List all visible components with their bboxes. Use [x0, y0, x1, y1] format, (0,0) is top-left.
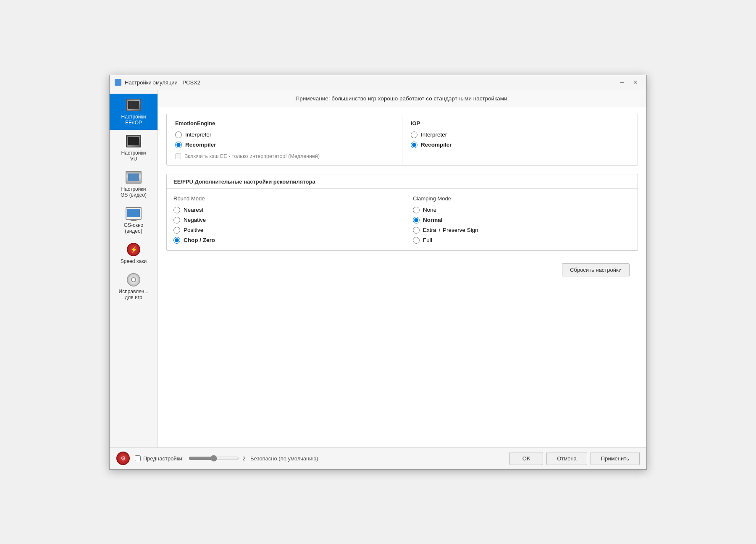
clamp-none-label: None: [423, 207, 436, 213]
round-nearest-radio[interactable]: [173, 207, 180, 213]
clamp-full-option[interactable]: Full: [413, 237, 631, 244]
disc-icon: [125, 273, 142, 287]
title-bar-controls: ─ ✕: [616, 78, 641, 87]
ee-interpreter-label: Interpreter: [185, 131, 211, 138]
iop-interpreter-option[interactable]: Interpreter: [411, 131, 629, 138]
sidebar-item-fixes[interactable]: Исправлен...для игр: [110, 268, 158, 305]
title-bar: Настройки эмуляции - PCSX2 ─ ✕: [110, 75, 646, 90]
round-mode-radio-group: Nearest Negative Positive: [173, 207, 391, 244]
sidebar-item-vu[interactable]: НастройкиVU: [110, 130, 158, 166]
ee-cache-checkbox-item: Включить кэш EE - только интерпретатор! …: [175, 153, 394, 159]
iop-recompiler-label: Recompiler: [421, 142, 452, 148]
action-buttons: OK Отмена Применить: [509, 452, 640, 465]
ee-cache-checkbox[interactable]: [175, 153, 181, 159]
clamp-none-radio[interactable]: [413, 207, 420, 213]
clamp-extra-radio[interactable]: [413, 227, 420, 234]
ee-recompiler-radio[interactable]: [175, 142, 182, 148]
main-panel: Примечание: большинство игр хорошо работ…: [158, 90, 646, 447]
ee-cache-label: Включить кэш EE - только интерпретатор! …: [184, 153, 320, 159]
round-nearest-label: Nearest: [184, 207, 203, 213]
round-chop-radio[interactable]: [173, 237, 180, 244]
round-negative-radio[interactable]: [173, 217, 180, 223]
close-button[interactable]: ✕: [630, 78, 641, 87]
round-nearest-option[interactable]: Nearest: [173, 207, 391, 213]
clamping-mode-radio-group: None Normal Extra + Preserve Sign: [413, 207, 631, 244]
clamping-mode-column: Clamping Mode None Normal: [400, 195, 631, 244]
note-bar: Примечание: большинство игр хорошо работ…: [158, 90, 646, 107]
reset-button[interactable]: Сбросить настройки: [562, 263, 630, 276]
ee-fpu-title: EE/FPU Дополнительные настройки рекомпил…: [167, 174, 638, 189]
reset-btn-row: Сбросить настройки: [166, 259, 638, 281]
cancel-button[interactable]: Отмена: [546, 452, 587, 465]
ee-iop-row: EmotionEngine Interpreter Recompiler: [166, 114, 638, 166]
main-window: Настройки эмуляции - PCSX2 ─ ✕ Настройки…: [109, 75, 647, 470]
ee-title: EmotionEngine: [175, 120, 394, 126]
presets-checkbox-group: Преднастройки:: [135, 455, 184, 462]
clamp-normal-radio[interactable]: [413, 217, 420, 223]
round-mode-column: Round Mode Nearest Negative: [173, 195, 400, 244]
window-title: Настройки эмуляции - PCSX2: [125, 79, 200, 86]
round-positive-radio[interactable]: [173, 227, 180, 234]
round-negative-option[interactable]: Negative: [173, 217, 391, 223]
iop-title: IOP: [411, 120, 629, 126]
sidebar: НастройкиEE/IOP НастройкиVU НастройкиGS …: [110, 90, 158, 447]
content-area: НастройкиEE/IOP НастройкиVU НастройкиGS …: [110, 90, 646, 447]
speed-icon: [125, 242, 142, 257]
sidebar-item-speed-hacks[interactable]: Speed хаки: [110, 238, 158, 268]
minimize-button[interactable]: ─: [616, 78, 628, 87]
ee-fpu-body: Round Mode Nearest Negative: [167, 189, 638, 250]
ok-button[interactable]: OK: [509, 452, 543, 465]
ee-interpreter-option[interactable]: Interpreter: [175, 131, 394, 138]
vu-icon: [125, 134, 142, 148]
clamp-extra-label: Extra + Preserve Sign: [423, 227, 478, 233]
iop-recompiler-radio[interactable]: [411, 142, 417, 148]
clamp-normal-option[interactable]: Normal: [413, 217, 631, 223]
presets-label: Преднастройки:: [143, 455, 184, 462]
slider-value-label: 2 - Безопасно (по умолчанию): [242, 455, 318, 462]
sidebar-label-gs-window: GS-окно(видео): [124, 222, 144, 234]
title-bar-left: Настройки эмуляции - PCSX2: [115, 79, 200, 86]
sidebar-label-speed-hacks: Speed хаки: [121, 258, 147, 264]
clamp-none-option[interactable]: None: [413, 207, 631, 213]
iop-interpreter-radio[interactable]: [411, 131, 417, 138]
round-mode-title: Round Mode: [173, 195, 391, 202]
clamp-extra-option[interactable]: Extra + Preserve Sign: [413, 227, 631, 234]
sidebar-label-gs: НастройкиGS (видео): [121, 186, 147, 198]
ee-recompiler-option[interactable]: Recompiler: [175, 142, 394, 148]
gs-icon: [125, 170, 142, 184]
clamp-normal-label: Normal: [423, 217, 443, 223]
sidebar-label-vu: НастройкиVU: [121, 150, 146, 162]
sidebar-label-ee-iop: НастройкиEE/IOP: [121, 114, 146, 126]
ee-fpu-section: EE/FPU Дополнительные настройки рекомпил…: [166, 174, 638, 251]
round-negative-label: Negative: [184, 217, 206, 223]
app-icon: [115, 79, 121, 86]
round-positive-label: Positive: [184, 227, 203, 233]
emotion-engine-section: EmotionEngine Interpreter Recompiler: [166, 114, 402, 166]
iop-interpreter-label: Interpreter: [421, 131, 447, 138]
apply-button[interactable]: Применить: [591, 452, 640, 465]
preset-slider[interactable]: [189, 455, 239, 462]
iop-radio-group: Interpreter Recompiler: [411, 131, 629, 148]
presets-checkbox[interactable]: [135, 455, 141, 461]
sidebar-item-gs-window[interactable]: GS-окно(видео): [110, 202, 158, 238]
slider-container: 2 - Безопасно (по умолчанию): [189, 455, 344, 462]
ee-interpreter-radio[interactable]: [175, 131, 182, 138]
round-chop-option[interactable]: Chop / Zero: [173, 237, 391, 244]
round-positive-option[interactable]: Positive: [173, 227, 391, 234]
round-chop-label: Chop / Zero: [184, 237, 215, 243]
note-text: Примечание: большинство игр хорошо работ…: [296, 95, 509, 102]
sidebar-label-fixes: Исправлен...для игр: [119, 289, 149, 300]
clamp-full-radio[interactable]: [413, 237, 420, 244]
sidebar-item-gs[interactable]: НастройкиGS (видео): [110, 166, 158, 202]
iop-recompiler-option[interactable]: Recompiler: [411, 142, 629, 148]
monitor-icon: [125, 206, 142, 221]
preset-icon: ⚙: [116, 452, 130, 465]
ee-recompiler-label: Recompiler: [185, 142, 216, 148]
clamp-full-label: Full: [423, 237, 432, 243]
cpu-icon: [125, 98, 142, 112]
clamping-mode-title: Clamping Mode: [413, 195, 631, 202]
sidebar-item-ee-iop[interactable]: НастройкиEE/IOP: [110, 94, 158, 130]
ee-radio-group: Interpreter Recompiler: [175, 131, 394, 148]
sections-container: EmotionEngine Interpreter Recompiler: [158, 107, 646, 287]
bottom-bar: ⚙ Преднастройки: 2 - Безопасно (по умолч…: [110, 447, 646, 469]
